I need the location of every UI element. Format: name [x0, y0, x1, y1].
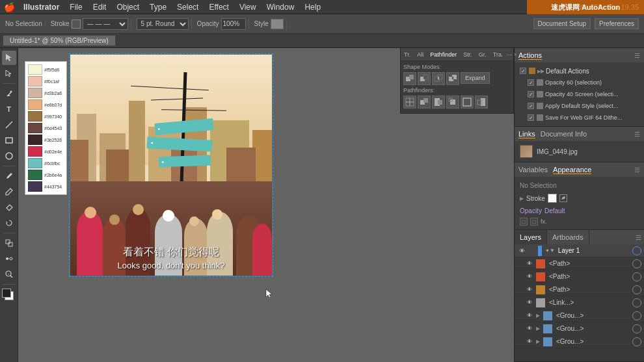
- swatch-7[interactable]: [28, 135, 42, 145]
- layer-group-1[interactable]: 👁 ▶ <Grou...>: [515, 309, 644, 322]
- outline-btn[interactable]: [461, 96, 474, 109]
- stroke-color-swatch[interactable]: [72, 19, 81, 29]
- swatch-5[interactable]: [28, 111, 42, 122]
- layer-group-3-circle[interactable]: [632, 337, 641, 346]
- action-check-4[interactable]: ✓: [528, 103, 534, 109]
- unite-btn[interactable]: [403, 72, 416, 85]
- layer-1-circle[interactable]: [632, 246, 641, 255]
- menu-type[interactable]: Type: [144, 3, 172, 12]
- layer-eye-link[interactable]: 👁: [525, 298, 534, 307]
- menu-edit[interactable]: Edit: [88, 3, 112, 12]
- layer-path-2[interactable]: 👁 <Path>: [515, 270, 644, 283]
- action-check-5[interactable]: ✓: [528, 114, 534, 121]
- layer-eye-group-1[interactable]: 👁: [525, 311, 534, 320]
- intersect-btn[interactable]: [432, 72, 445, 85]
- transform-tab[interactable]: Tr.: [401, 48, 414, 60]
- group-expand-1[interactable]: ▶: [536, 313, 540, 318]
- document-tab[interactable]: Untitled-1* @ 50% (RGB/Preview): [3, 35, 116, 46]
- swatch-8[interactable]: [28, 146, 42, 157]
- artboards-tab[interactable]: Artboards: [547, 230, 589, 244]
- layers-tab[interactable]: Layers: [515, 230, 547, 244]
- opacity-input[interactable]: [221, 18, 246, 30]
- layers-options[interactable]: ☰: [636, 230, 644, 244]
- stroke-color[interactable]: [2, 289, 11, 298]
- menu-window[interactable]: Window: [262, 3, 300, 12]
- action-item-3[interactable]: ✓ Apply Default Style (select...: [517, 100, 641, 112]
- doc-setup-button[interactable]: Document Setup: [533, 18, 591, 29]
- links-panel-options[interactable]: ☰: [634, 131, 640, 138]
- layer-eye-path-3[interactable]: 👁: [525, 285, 534, 294]
- layer-path-1[interactable]: 👁 <Path>: [515, 257, 644, 270]
- layer-lock-1[interactable]: [528, 247, 536, 255]
- links-title[interactable]: Links: [518, 130, 535, 138]
- style-swatch[interactable]: [271, 19, 284, 29]
- direct-select-tool[interactable]: [2, 66, 16, 81]
- type-tool[interactable]: T: [2, 102, 16, 116]
- action-item-2[interactable]: ✓ Opacity 40 Screen (selecti...: [517, 88, 641, 100]
- action-check-2[interactable]: ✓: [528, 79, 534, 86]
- menu-select[interactable]: Select: [172, 3, 204, 12]
- stroke-edit-icon[interactable]: [559, 194, 567, 202]
- layer-eye-group-2[interactable]: 👁: [525, 324, 534, 333]
- vars-panel-header[interactable]: Variables Appearance ☰: [515, 162, 644, 177]
- line-tool[interactable]: [2, 118, 16, 132]
- layer-expand-icon[interactable]: ▼: [545, 248, 555, 253]
- rotate-tool[interactable]: [2, 216, 16, 230]
- layer-group-1-circle[interactable]: [632, 311, 641, 320]
- layer-eye-path-2[interactable]: 👁: [525, 272, 534, 281]
- swatch-4[interactable]: [28, 99, 42, 110]
- layer-link-circle[interactable]: [632, 298, 641, 307]
- action-item-4[interactable]: ✓ Save For Web GIF 64 Dithe...: [517, 112, 641, 123]
- exclude-btn[interactable]: [446, 72, 459, 85]
- zoom-tool[interactable]: +: [2, 267, 16, 281]
- variables-title[interactable]: Variables: [518, 166, 548, 174]
- crop-btn[interactable]: [446, 96, 459, 109]
- group-expand-3[interactable]: ▶: [536, 339, 540, 344]
- merge-btn[interactable]: [432, 96, 445, 109]
- transparency-tab[interactable]: Tra.: [490, 48, 507, 60]
- layer-eye-1[interactable]: 👁: [517, 246, 526, 255]
- stroke-swatch[interactable]: [548, 194, 557, 203]
- scale-tool[interactable]: [2, 236, 16, 250]
- menu-help[interactable]: Help: [299, 3, 326, 12]
- blend-tool[interactable]: [2, 252, 16, 266]
- action-folder[interactable]: ✓ ▶ Default Actions: [517, 65, 641, 77]
- menu-effect[interactable]: Effect: [204, 3, 234, 12]
- gradient-tab[interactable]: Gr.: [476, 48, 490, 60]
- menu-file[interactable]: File: [64, 3, 87, 12]
- links-panel-header[interactable]: Links Document Info ☰: [515, 127, 644, 141]
- action-check-1[interactable]: ✓: [520, 68, 526, 74]
- eraser-tool[interactable]: [2, 200, 16, 214]
- actions-panel-header[interactable]: Actions ☰: [515, 48, 644, 62]
- mask-btn-2[interactable]: □: [530, 218, 538, 226]
- stroke-select[interactable]: — — —: [83, 18, 128, 30]
- layer-path-3[interactable]: 👁 <Path>: [515, 283, 644, 296]
- swatch-11[interactable]: [28, 181, 42, 192]
- menu-object[interactable]: Object: [111, 3, 144, 12]
- layer-path-3-circle[interactable]: [632, 285, 641, 294]
- link-item-1[interactable]: IMG_0449.jpg: [517, 144, 641, 159]
- swatch-3[interactable]: [28, 88, 42, 98]
- doc-info-title[interactable]: Document Info: [541, 130, 587, 138]
- swatch-2[interactable]: [28, 76, 42, 86]
- minus-front-btn[interactable]: [418, 72, 431, 85]
- action-check-3[interactable]: ✓: [528, 91, 534, 97]
- action-item-1[interactable]: ✓ Opacity 60 (selection): [517, 77, 641, 88]
- layer-group-3[interactable]: 👁 ▶ <Grou...>: [515, 335, 644, 348]
- trim-btn[interactable]: [418, 96, 431, 109]
- paintbrush-tool[interactable]: [2, 169, 16, 183]
- vars-panel-options[interactable]: ☰: [634, 166, 640, 174]
- mask-btn[interactable]: □: [520, 218, 528, 226]
- group-expand-2[interactable]: ▶: [536, 326, 540, 331]
- align-tab[interactable]: Ali: [414, 48, 427, 60]
- ellipse-tool[interactable]: [2, 149, 16, 163]
- swatch-1[interactable]: [28, 64, 42, 75]
- pencil-tool[interactable]: [2, 185, 16, 199]
- divide-btn[interactable]: [403, 96, 416, 109]
- layer-path-1-circle[interactable]: [632, 259, 641, 268]
- apple-menu[interactable]: 🍎: [0, 2, 18, 12]
- pen-tool[interactable]: [2, 86, 16, 101]
- preferences-button[interactable]: Preferences: [595, 18, 639, 29]
- pathfinder-tab[interactable]: Pathfinder: [427, 48, 460, 60]
- swatch-10[interactable]: [28, 170, 42, 180]
